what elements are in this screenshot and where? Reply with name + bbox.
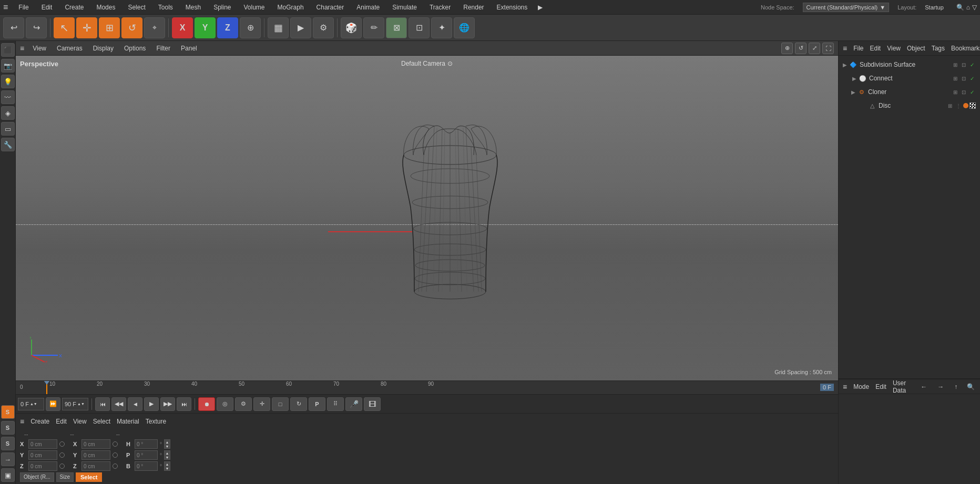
menu-simulate[interactable]: Simulate [390,3,419,12]
audio-btn[interactable]: 🎤 [345,397,362,411]
y-pos-radio[interactable] [59,452,65,458]
vp-fullscreen-icon[interactable]: ⛶ [822,43,834,54]
play-fwd-btn[interactable]: ▶ [144,397,159,411]
sidebar-tool-modifier[interactable]: 🔧 [1,138,15,151]
z-pos-input[interactable]: 0 cm [28,461,57,471]
dots-btn[interactable]: ⠿ [327,397,344,411]
target-btn[interactable]: ◎ [217,397,233,411]
cycle-btn[interactable]: ↻ [290,397,307,411]
obj-row-disc[interactable]: △ Disc ⊞ ⋮ [855,99,980,112]
obj-expand-cloner[interactable]: ▶ [851,89,855,95]
z-axis-button[interactable]: Z [217,17,238,38]
obj-check-icon-connect[interactable]: ✓ [968,75,976,82]
obj-render-icon-connect[interactable]: ⊡ [960,75,967,82]
start-frame-input[interactable]: 0 F ▲▼ [18,398,44,410]
menu-select[interactable]: Select [126,3,147,12]
props-edit-menu[interactable]: Edit [875,383,886,390]
filter-icon[interactable]: ▽ [972,4,977,11]
loop-btn[interactable]: ⏩ [46,397,60,411]
menu-tracker[interactable]: Tracker [427,3,453,12]
start-frame-spinner[interactable]: ▲▼ [30,402,37,406]
snap-button[interactable]: ⊠ [386,17,407,38]
x-size-input[interactable]: 0 cm [81,439,110,449]
size-mode-btn[interactable]: Size [56,472,74,482]
menu-tools[interactable]: Tools [156,3,175,12]
obj-row-cloner[interactable]: ▶ ⚙ Cloner ⊞ ⊡ ✓ [847,85,980,99]
undo-button[interactable]: ↩ [3,17,24,38]
sidebar-tool-camera[interactable]: 📷 [1,59,15,73]
props-forward-btn[interactable]: → [935,383,946,390]
obj-row-subdivision[interactable]: ▶ 🔷 Subdivision Surface ⊞ ⊡ ✓ [839,58,980,71]
vp-menu-cameras[interactable]: Cameras [55,44,85,53]
select-btn[interactable]: Select [76,472,102,482]
menu-mesh[interactable]: Mesh [183,3,203,12]
vp-hamburger[interactable]: ≡ [20,44,24,53]
bottom-texture-menu[interactable]: Texture [146,418,166,425]
props-hamburger[interactable]: ≡ [843,383,847,391]
bottom-create-menu[interactable]: Create [30,418,49,425]
snapping-mode-button[interactable]: ✦ [431,17,452,38]
sidebar-tool-spline[interactable]: 〰 [1,90,15,104]
menu-file[interactable]: File [16,3,30,12]
move-key-btn[interactable]: ✛ [253,397,270,411]
menu-create[interactable]: Create [63,3,86,12]
props-search-icon[interactable]: 🔍 [966,383,976,390]
menu-edit[interactable]: Edit [39,3,55,12]
redo-button[interactable]: ↪ [26,17,47,38]
live-select-button[interactable]: ⌖ [144,17,165,38]
rotate-tool-button[interactable]: ↺ [121,17,142,38]
bottom-select-menu[interactable]: Select [93,418,110,425]
props-back-btn[interactable]: ← [918,383,929,390]
home-icon[interactable]: ⌂ [966,4,970,11]
y-pos-input[interactable]: 0 cm [28,450,57,460]
rp-tags-menu[interactable]: Tags [932,45,945,52]
sidebar-tool-floor[interactable]: ▭ [1,122,15,136]
z-size-input[interactable]: 0 cm [81,461,110,471]
vp-rotate-icon[interactable]: ↺ [795,43,807,54]
z-pos-radio[interactable] [59,464,65,469]
scale-tool-button[interactable]: ⊞ [99,17,120,38]
obj-render-icon-disc[interactable]: ⋮ [955,102,962,109]
sidebar-tool-select[interactable]: ▣ [1,468,15,482]
menu-animate[interactable]: Animate [354,3,382,12]
menu-modes[interactable]: Modes [94,3,117,12]
props-up-btn[interactable]: ↑ [952,383,959,390]
p-motion-btn[interactable]: P [309,397,325,411]
bottom-view-menu[interactable]: View [73,418,87,425]
cube-key-btn[interactable]: □ [272,397,289,411]
b-rot-input[interactable]: 0 ° [135,461,158,471]
obj-check-icon-subdiv[interactable]: ✓ [968,61,976,68]
p-rot-spinner[interactable]: ▲▼ [164,450,170,460]
vp-menu-filter[interactable]: Filter [154,44,172,53]
node-space-dropdown[interactable]: Current (Standard/Physical) ▼ [803,3,890,12]
sidebar-tool-arrow[interactable]: → [1,452,15,466]
vp-nav-icon[interactable]: ⊕ [781,43,793,54]
obj-vis-icon-subdiv[interactable]: ⊞ [952,61,959,68]
obj-checker-disc[interactable] [969,102,976,109]
vp-menu-display[interactable]: Display [91,44,116,53]
object-mode-btn[interactable]: Object (R... [20,472,54,482]
film-btn[interactable]: 🎞 [364,397,381,411]
y-size-radio[interactable] [113,452,118,458]
view-cube-button[interactable]: 🎲 [341,17,362,38]
pen-tool-button[interactable]: ✏ [363,17,384,38]
y-size-input[interactable]: 0 cm [81,450,110,460]
search-icon[interactable]: 🔍 [956,4,964,11]
vp-menu-view[interactable]: View [30,44,48,53]
obj-row-connect[interactable]: ▶ ⚪ Connect ⊞ ⊡ ✓ [847,71,980,85]
sidebar-tool-s3[interactable]: S [1,437,15,450]
step-fwd-btn[interactable]: ▶▶ [160,397,175,411]
render-settings-button[interactable]: ⚙ [313,17,334,38]
obj-color-dot-disc[interactable] [963,103,968,108]
z-size-radio[interactable] [113,464,118,469]
step-back-btn[interactable]: ◀◀ [111,397,126,411]
sidebar-tool-s2[interactable]: S [1,421,15,435]
select-tool-button[interactable]: ↖ [54,17,75,38]
y-axis-button[interactable]: Y [195,17,216,38]
rp-bookmarks-menu[interactable]: Bookmarks [951,45,980,52]
play-back-btn[interactable]: ◀ [128,397,142,411]
vp-menu-panel[interactable]: Panel [179,44,199,53]
x-size-radio[interactable] [113,441,118,447]
render-region-button[interactable]: ▦ [268,17,289,38]
obj-expand-connect[interactable]: ▶ [852,76,856,81]
